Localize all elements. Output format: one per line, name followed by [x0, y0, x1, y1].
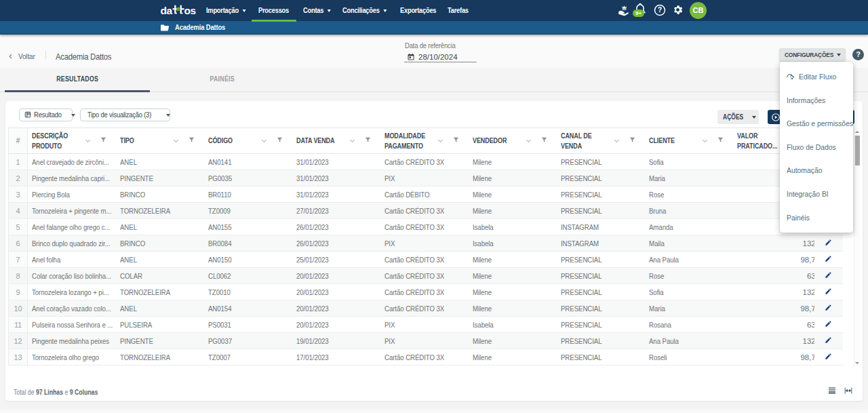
svg-text:da: da	[161, 5, 173, 16]
svg-text:?: ?	[658, 5, 662, 14]
svg-text:os: os	[184, 5, 196, 16]
